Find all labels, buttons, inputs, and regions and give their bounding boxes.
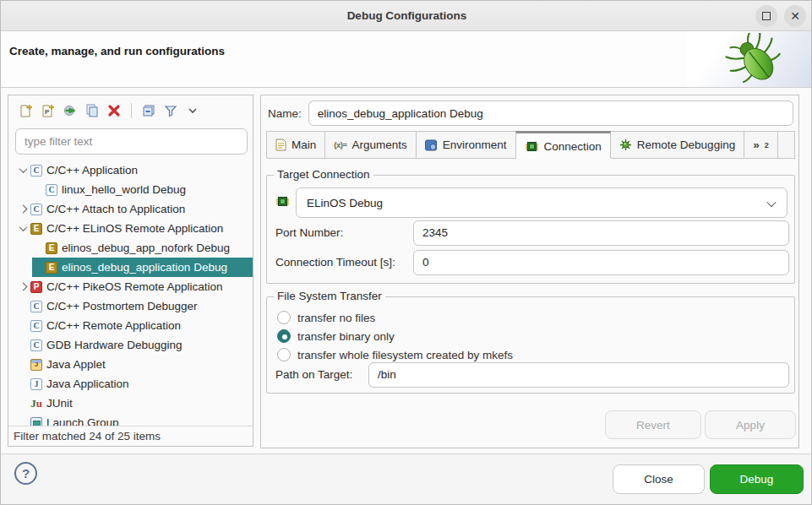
radio-button[interactable] bbox=[277, 329, 291, 343]
tree-item-label: Java Applet bbox=[46, 358, 106, 371]
elinos-type-icon: E bbox=[30, 223, 42, 235]
collapse-arrow-icon[interactable] bbox=[15, 167, 30, 173]
title-bar: Debug Configurations ✕ bbox=[1, 1, 812, 31]
collapse-all-icon bbox=[141, 103, 156, 118]
page-title: Create, manage, and run configurations bbox=[9, 45, 225, 57]
tab-remote-icon bbox=[619, 138, 632, 151]
tree-item-launch-group[interactable]: Launch Group bbox=[8, 413, 253, 426]
configurations-panel: P CC/C++ ApplicationClinux_hello_world D… bbox=[8, 95, 253, 447]
tab-label: Arguments bbox=[352, 138, 406, 151]
connection-timeout-input[interactable] bbox=[413, 250, 789, 275]
tree-item-gdb-hardware-debugging[interactable]: CGDB Hardware Debugging bbox=[8, 335, 253, 355]
tab-connection-icon bbox=[525, 140, 539, 153]
tree-item-label: C/C++ Attach to Application bbox=[46, 203, 185, 215]
duplicate-launch-configuration-button[interactable] bbox=[81, 100, 103, 121]
configurations-tree: CC/C++ ApplicationClinux_hello_world Deb… bbox=[8, 160, 253, 426]
delete-launch-configuration-button[interactable] bbox=[103, 100, 125, 121]
elinos-type-icon: E bbox=[46, 262, 57, 274]
configurations-toolbar: P bbox=[8, 95, 253, 126]
debug-configurations-dialog: Debug Configurations ✕ Create, manage, a… bbox=[0, 0, 812, 505]
close-button[interactable]: Close bbox=[613, 464, 705, 494]
tree-item-c-c-application[interactable]: CC/C++ Application bbox=[8, 160, 253, 180]
debug-button[interactable]: Debug bbox=[710, 464, 804, 494]
expand-arrow-icon[interactable] bbox=[15, 206, 30, 212]
help-button[interactable]: ? bbox=[14, 462, 37, 485]
applet-type-icon: J bbox=[30, 359, 42, 371]
expand-arrow-icon[interactable] bbox=[15, 284, 30, 290]
maximize-button[interactable] bbox=[755, 5, 777, 27]
c-type-icon: C bbox=[46, 184, 57, 196]
tree-item-label: C/C++ Postmortem Debugger bbox=[46, 300, 198, 312]
tree-item-label: elinos_debug_app_nofork Debug bbox=[62, 242, 230, 254]
tree-item-elinos-debug-app-nofork-debug[interactable]: Eelinos_debug_app_nofork Debug bbox=[8, 238, 253, 258]
tab-arguments[interactable]: (x)=Arguments bbox=[325, 132, 416, 158]
tree-item-c-c-pikeos-remote-application[interactable]: PC/C++ PikeOS Remote Application bbox=[8, 277, 253, 296]
filter-launch-configurations-button[interactable] bbox=[160, 100, 182, 121]
tree-item-junit[interactable]: JuJUnit bbox=[8, 394, 253, 413]
new-launch-configuration-prototype-button[interactable]: P bbox=[37, 100, 59, 121]
chevron-down-icon bbox=[187, 105, 199, 117]
c-type-icon: C bbox=[30, 165, 42, 176]
radio-button[interactable] bbox=[277, 311, 291, 324]
tab-main-icon bbox=[275, 138, 286, 151]
tab-remote-debugging[interactable]: Remote Debugging bbox=[611, 132, 744, 158]
tree-item-label: GDB Hardware Debugging bbox=[46, 339, 183, 351]
tab-arguments-icon: (x)= bbox=[334, 140, 346, 149]
radio-option-transfer-no-files[interactable]: transfer no files bbox=[277, 311, 375, 324]
header-banner bbox=[686, 31, 812, 87]
tree-item-c-c-remote-application[interactable]: CC/C++ Remote Application bbox=[8, 316, 253, 335]
radio-option-transfer-binary-only[interactable]: transfer binary only bbox=[277, 329, 395, 343]
target-connection-select[interactable]: ELinOS Debug bbox=[296, 187, 787, 218]
filter-status: Filter matched 24 of 25 items bbox=[8, 426, 253, 446]
collapse-arrow-icon[interactable] bbox=[15, 225, 30, 231]
tab-connection[interactable]: Connection bbox=[515, 131, 611, 159]
path-on-target-label: Path on Target: bbox=[275, 368, 352, 381]
overflow-count: 2 bbox=[765, 141, 769, 149]
port-number-input[interactable] bbox=[413, 220, 789, 246]
tree-item-c-c-attach-to-application[interactable]: CC/C++ Attach to Application bbox=[8, 199, 253, 219]
tab-label: Main bbox=[292, 138, 316, 151]
c-type-icon: C bbox=[30, 204, 42, 215]
overflow-chevrons-icon: » bbox=[753, 138, 760, 151]
tree-item-label: Java Application bbox=[46, 377, 129, 390]
tab-label: Environment bbox=[443, 138, 507, 151]
file-system-transfer-legend: File System Transfer bbox=[274, 290, 385, 302]
tree-item-label: JUnit bbox=[46, 397, 73, 410]
toolbar-menu-dropdown-button[interactable] bbox=[182, 100, 204, 121]
close-window-button[interactable]: ✕ bbox=[784, 5, 806, 27]
path-on-target-input[interactable] bbox=[368, 362, 789, 388]
name-label: Name: bbox=[268, 107, 302, 120]
new-config-icon bbox=[19, 103, 34, 118]
export-launch-configurations-button[interactable] bbox=[59, 100, 81, 121]
apply-button[interactable]: Apply bbox=[705, 410, 796, 439]
duplicate-icon bbox=[84, 103, 100, 118]
tree-item-linux-hello-world-debug[interactable]: Clinux_hello_world Debug bbox=[8, 180, 253, 199]
radio-label: transfer whole filesystem created by mke… bbox=[297, 349, 513, 361]
target-connection-group: Target Connection ELinOS Debug Port Numb… bbox=[266, 175, 795, 284]
configuration-detail-panel: Name: Main(x)=ArgumentsEnvironmentConnec… bbox=[260, 95, 799, 448]
radio-button[interactable] bbox=[277, 348, 291, 361]
tab-overflow[interactable]: »2 bbox=[744, 132, 778, 158]
new-prototype-icon: P bbox=[41, 103, 56, 118]
port-number-label: Port Number: bbox=[275, 226, 343, 239]
tree-item-c-c-elinos-remote-application[interactable]: EC/C++ ELinOS Remote Application bbox=[8, 219, 253, 238]
name-input[interactable] bbox=[308, 100, 793, 126]
collapse-all-button[interactable] bbox=[138, 100, 160, 121]
filter-input[interactable] bbox=[15, 128, 248, 155]
revert-button[interactable]: Revert bbox=[605, 410, 701, 439]
radio-option-transfer-whole-filesystem-created-by-mkefs[interactable]: transfer whole filesystem created by mke… bbox=[277, 348, 513, 361]
tree-item-java-applet[interactable]: JJava Applet bbox=[8, 355, 253, 374]
tab-main[interactable]: Main bbox=[267, 132, 325, 158]
c-type-icon: C bbox=[30, 301, 42, 312]
tree-item-label: C/C++ PikeOS Remote Application bbox=[46, 280, 223, 293]
tree-item-elinos-debug-application-debug[interactable]: Eelinos_debug_application Debug bbox=[8, 258, 253, 277]
tree-item-c-c-postmortem-debugger[interactable]: CC/C++ Postmortem Debugger bbox=[8, 296, 253, 316]
tree-item-java-application[interactable]: JJava Application bbox=[8, 374, 253, 394]
java-type-icon: J bbox=[30, 378, 42, 390]
debug-bug-icon bbox=[722, 33, 789, 87]
tab-environment[interactable]: Environment bbox=[417, 132, 516, 158]
tree-item-label: linux_hello_world Debug bbox=[62, 183, 186, 196]
target-connection-legend: Target Connection bbox=[274, 168, 373, 181]
new-launch-configuration-button[interactable] bbox=[15, 100, 37, 121]
svg-text:P: P bbox=[45, 108, 50, 116]
